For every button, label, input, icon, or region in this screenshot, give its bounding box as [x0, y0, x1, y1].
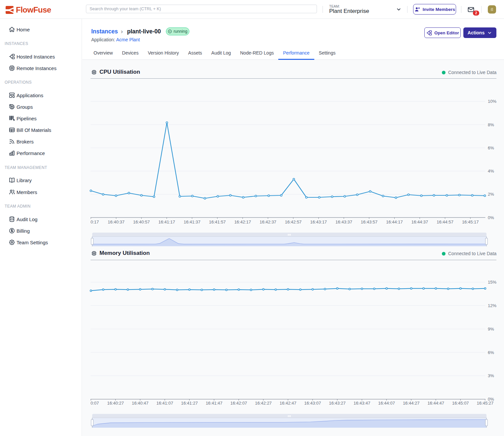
- svg-text:16:42:07: 16:42:07: [230, 401, 247, 406]
- svg-text:16:41:07: 16:41:07: [156, 401, 173, 406]
- svg-text:16:41:57: 16:41:57: [209, 219, 226, 224]
- svg-text:16:43:27: 16:43:27: [329, 401, 346, 406]
- svg-text:10%: 10%: [488, 99, 496, 104]
- svg-text:16:44:57: 16:44:57: [437, 219, 453, 224]
- svg-text:6%: 6%: [488, 145, 494, 150]
- svg-text:4%: 4%: [488, 169, 494, 174]
- svg-text:8%: 8%: [488, 122, 494, 127]
- svg-text:16:40:57: 16:40:57: [133, 219, 150, 224]
- svg-text:16:43:37: 16:43:37: [335, 219, 352, 224]
- svg-text:16:42:37: 16:42:37: [259, 219, 276, 224]
- svg-text:16:40:37: 16:40:37: [108, 219, 125, 224]
- svg-text:16:45:27: 16:45:27: [477, 401, 494, 406]
- svg-text:16:41:17: 16:41:17: [158, 219, 175, 224]
- svg-text:16:43:57: 16:43:57: [361, 219, 378, 224]
- svg-text:16:45:07: 16:45:07: [452, 401, 469, 406]
- svg-text:16:40:27: 16:40:27: [107, 401, 124, 406]
- svg-text:16:43:47: 16:43:47: [354, 401, 370, 406]
- svg-text:16:41:27: 16:41:27: [181, 401, 198, 406]
- svg-text:3%: 3%: [488, 373, 494, 378]
- svg-text:16:44:27: 16:44:27: [403, 401, 420, 406]
- svg-text:16:44:17: 16:44:17: [386, 219, 403, 224]
- svg-text:16:45:17: 16:45:17: [462, 219, 479, 224]
- svg-text:16:43:07: 16:43:07: [304, 401, 321, 406]
- svg-text:16:44:47: 16:44:47: [427, 401, 444, 406]
- svg-text:2%: 2%: [488, 192, 494, 197]
- svg-text:16:43:17: 16:43:17: [310, 219, 327, 224]
- svg-text:16:42:27: 16:42:27: [255, 401, 272, 406]
- svg-text:6%: 6%: [488, 350, 494, 355]
- svg-text:16:44:37: 16:44:37: [411, 219, 428, 224]
- svg-text:16:41:47: 16:41:47: [206, 401, 222, 406]
- svg-text:16:40:47: 16:40:47: [132, 401, 149, 406]
- svg-text:0%: 0%: [488, 215, 494, 220]
- svg-text:16:42:47: 16:42:47: [280, 401, 296, 406]
- svg-text:9%: 9%: [488, 327, 494, 332]
- svg-text:0:07: 0:07: [91, 401, 99, 406]
- svg-text:16:42:57: 16:42:57: [285, 219, 302, 224]
- svg-text:0:17: 0:17: [91, 219, 99, 224]
- svg-text:15%: 15%: [488, 280, 496, 285]
- svg-text:16:42:17: 16:42:17: [234, 219, 251, 224]
- svg-text:12%: 12%: [488, 303, 496, 308]
- svg-text:16:44:07: 16:44:07: [378, 401, 395, 406]
- svg-text:16:41:37: 16:41:37: [184, 219, 201, 224]
